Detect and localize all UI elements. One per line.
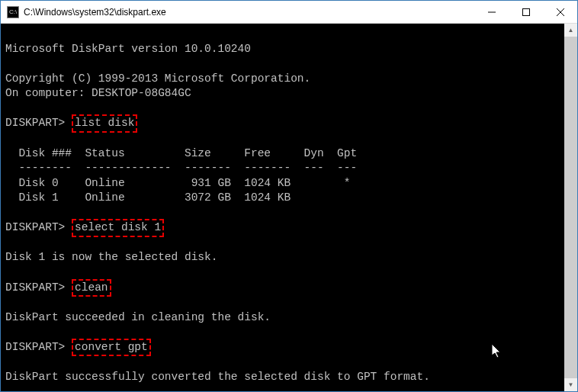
cmd-highlight-select-disk: select disk 1 — [72, 219, 164, 237]
cmd-highlight-clean: clean — [72, 279, 111, 297]
msg-converted: DiskPart successfully converted the sele… — [5, 371, 430, 383]
content-area: Microsoft DiskPart version 10.0.10240 Co… — [1, 24, 577, 391]
cmd-highlight-list-disk: list disk — [72, 114, 137, 133]
maximize-button[interactable] — [509, 1, 543, 23]
table-row: Disk 1 Online 3072 GB 1024 KB — [5, 191, 291, 204]
disk-table-divider: -------- ------------- ------- ------- -… — [5, 162, 357, 174]
mouse-cursor-icon — [492, 344, 503, 359]
version-line: Microsoft DiskPart version 10.0.10240 — [5, 43, 251, 55]
scrollbar-track[interactable] — [564, 37, 577, 378]
table-row: Disk 0 Online 931 GB 1024 KB * — [5, 177, 350, 189]
window-title: C:\Windows\system32\diskpart.exe — [24, 7, 474, 18]
terminal-output[interactable]: Microsoft DiskPart version 10.0.10240 Co… — [1, 24, 564, 391]
prompt: DISKPART> — [5, 117, 65, 129]
scrollbar-up-arrow-icon[interactable]: ▲ — [564, 24, 577, 37]
disk-table-header: Disk ### Status Size Free Dyn Gpt — [5, 147, 357, 159]
copyright-line: Copyright (C) 1999-2013 Microsoft Corpor… — [5, 72, 310, 85]
cmd-highlight-convert-gpt: convert gpt — [72, 339, 151, 357]
prompt: DISKPART> — [5, 281, 65, 294]
scrollbar-down-arrow-icon[interactable]: ▼ — [564, 378, 577, 391]
close-button[interactable] — [543, 1, 577, 23]
minimize-button[interactable] — [474, 1, 509, 23]
prompt: DISKPART> — [5, 221, 65, 233]
vertical-scrollbar[interactable]: ▲ ▼ — [564, 24, 577, 391]
prompt: DISKPART> — [5, 341, 65, 353]
svg-rect-1 — [522, 8, 529, 15]
window-controls — [474, 1, 577, 23]
app-icon: C:\ — [7, 6, 19, 18]
msg-cleaned: DiskPart succeeded in cleaning the disk. — [5, 311, 271, 323]
computer-line: On computer: DESKTOP-08G84GC — [5, 87, 191, 99]
titlebar[interactable]: C:\ C:\Windows\system32\diskpart.exe — [1, 1, 577, 24]
scrollbar-thumb[interactable] — [564, 37, 577, 378]
msg-selected: Disk 1 is now the selected disk. — [5, 251, 217, 263]
